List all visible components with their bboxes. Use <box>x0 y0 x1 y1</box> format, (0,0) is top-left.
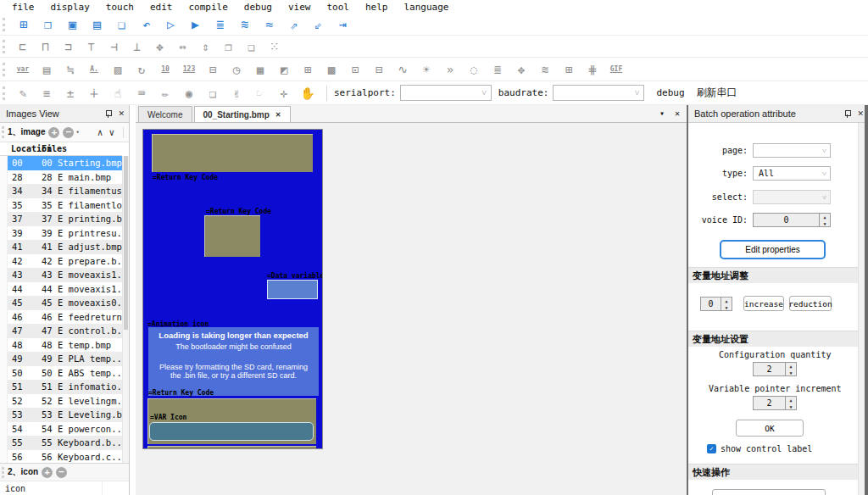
align-bottom-icon[interactable]: ⊥ <box>125 38 148 55</box>
select-select[interactable]: ˅ <box>753 190 831 204</box>
table-row[interactable]: 4747_E_control.b... <box>0 324 122 338</box>
exit-icon[interactable]: ⇥ <box>331 16 355 33</box>
spin-down-icon[interactable]: ▼ <box>786 403 796 410</box>
gif-icon[interactable]: GIF <box>604 61 628 78</box>
spin-down-icon[interactable]: ▼ <box>721 304 732 311</box>
spin-up-icon[interactable]: ▲ <box>820 214 830 220</box>
tab-close-icon[interactable]: ✕ <box>275 111 281 119</box>
text-control-icon[interactable]: A. <box>82 61 106 78</box>
resize-icon[interactable]: ❏ <box>201 85 225 102</box>
table-row[interactable]: 5151_E_infomatio... <box>0 380 122 394</box>
import-icon[interactable]: ⇙ <box>306 16 331 33</box>
drag-icon[interactable]: ✛ <box>272 85 296 102</box>
swipe-icon[interactable]: ✋ <box>296 85 320 102</box>
table-row[interactable]: 5454_E_powercon... <box>0 422 122 437</box>
spin-up-icon[interactable]: ▲ <box>786 363 796 370</box>
save-icon[interactable]: ▣ <box>60 16 85 33</box>
wifi-icon[interactable]: ≋ <box>232 16 257 33</box>
chevrons-icon[interactable]: » <box>438 61 462 78</box>
debug-button[interactable]: debug <box>656 87 684 98</box>
remove-icon-button[interactable]: − <box>56 467 67 478</box>
table-row[interactable]: 4545_E_moveaxis0... <box>0 296 122 310</box>
layers-icon[interactable]: ≋ <box>533 61 557 78</box>
canvas-message-box[interactable]: Loading is taking longer than expected T… <box>148 327 319 396</box>
menu-touch[interactable]: touch <box>106 2 134 13</box>
file-check-icon[interactable]: ≣ <box>208 16 232 33</box>
slider-control-icon[interactable]: ≒ <box>58 61 82 78</box>
table-row[interactable]: 5555_Keyboard.b... <box>0 436 122 450</box>
close-icon[interactable]: ✕ <box>857 109 864 118</box>
new-project-icon[interactable]: ⊞ <box>11 16 36 33</box>
menu-display[interactable]: display <box>51 2 90 13</box>
table-row[interactable]: 4949_E_PLA_temp.... <box>0 352 122 366</box>
move-down-icon[interactable]: ∨ <box>108 127 114 138</box>
menu-debug[interactable]: debug <box>244 2 272 13</box>
table-row[interactable]: 4141_E_adjust.bmp <box>0 240 122 254</box>
equalizer-icon[interactable]: ⋕ <box>581 61 604 78</box>
grid-icon[interactable]: ⁙ <box>263 38 286 55</box>
spin-down-icon[interactable]: ▼ <box>820 220 830 227</box>
canvas-data-variable[interactable] <box>267 280 318 299</box>
spin-down-icon[interactable]: ▼ <box>786 370 796 376</box>
page-select[interactable]: ˅ <box>753 143 831 158</box>
picture-card-icon[interactable]: ⊡ <box>343 61 367 78</box>
type-select[interactable]: All˅ <box>753 166 831 181</box>
add-icon-button[interactable]: + <box>42 467 53 478</box>
table-row[interactable]: 3535_E_filamentlo... <box>0 198 122 213</box>
serialport-select[interactable]: ˅ <box>400 85 492 101</box>
pin-icon[interactable] <box>105 110 111 118</box>
baudrate-select[interactable]: ˅ <box>553 85 644 101</box>
add-image-button[interactable]: + <box>48 127 59 138</box>
gallery-icon[interactable]: ▤ <box>35 61 58 78</box>
file-list-scrollbar[interactable] <box>122 156 129 463</box>
qrcode-icon[interactable]: ▩ <box>320 61 343 78</box>
spin-up-icon[interactable]: ▲ <box>786 397 796 403</box>
waveform-icon[interactable]: ∿ <box>391 61 415 78</box>
table-row[interactable]: 5656_Keyboard.c... <box>0 450 122 464</box>
menu-help[interactable]: help <box>365 2 388 13</box>
calendar-icon[interactable]: ▦ <box>248 61 272 78</box>
pencil-icon[interactable]: ✏ <box>153 85 177 102</box>
table-row[interactable]: 4646_E_feedreturn... <box>0 310 122 325</box>
table-row[interactable]: 2828_E_main.bmp <box>0 170 122 185</box>
pin-icon[interactable] <box>844 110 850 118</box>
canvas-return-button-1[interactable] <box>152 134 313 172</box>
export-icon[interactable]: ⇗ <box>281 16 306 33</box>
binary-display-icon[interactable]: 10 <box>153 61 177 78</box>
align-top-icon[interactable]: ⊤ <box>80 38 103 55</box>
menu-file[interactable]: file <box>12 2 35 13</box>
table-row[interactable]: 3434_E_filamentus... <box>0 184 122 198</box>
design-canvas[interactable]: =Return Key Code =Return Key Code =Data … <box>142 129 323 449</box>
menu-edit[interactable]: edit <box>150 2 173 13</box>
table-row[interactable]: 5252_E_levelingm... <box>0 394 122 409</box>
checkbox-checked-icon[interactable]: ✓ <box>707 444 716 453</box>
move-icon[interactable]: ✥ <box>148 38 171 55</box>
align-middle-icon[interactable]: ⊣ <box>103 38 125 55</box>
canvas-var-icon-bar[interactable] <box>149 422 314 441</box>
tab-close-all-icon[interactable]: ✕ <box>675 108 680 118</box>
ok-button[interactable]: OK <box>736 420 804 437</box>
edit-properties-button[interactable]: Edit properties <box>720 240 826 259</box>
menu-language[interactable]: language <box>403 2 448 13</box>
pointer-increment-stepper[interactable]: 2 ▲▼ <box>753 396 797 410</box>
menu-view[interactable]: view <box>288 2 311 13</box>
wifi-weak-icon[interactable]: ≈ <box>257 16 281 33</box>
move-up-icon[interactable]: ∧ <box>97 127 103 138</box>
edit-list-icon[interactable]: ✎ <box>11 85 35 102</box>
batch-panel-scrollbar[interactable] <box>858 123 865 495</box>
table-row[interactable]: 5050_E_ABS_temp.... <box>0 366 122 381</box>
card-icon[interactable]: ⊟ <box>367 61 391 78</box>
adjust-stepper[interactable]: 0 ▲▼ <box>700 297 732 311</box>
table-row[interactable]: 5353_E_Leveling.b... <box>0 408 122 422</box>
table-row[interactable]: 4242_E_prepare.b... <box>0 254 122 269</box>
align-center-icon[interactable]: ⊓ <box>34 38 57 55</box>
undo-icon[interactable]: ↶ <box>134 16 159 33</box>
document-icon[interactable]: ▤ <box>85 16 109 33</box>
table-row[interactable]: 3939_E_printresu... <box>0 226 122 241</box>
move-all-icon[interactable]: ✥ <box>509 61 533 78</box>
text-file-icon[interactable]: ⊟ <box>201 61 225 78</box>
v-spacing-icon[interactable]: ⇕ <box>194 38 217 55</box>
open-folder-icon[interactable]: ❐ <box>36 16 60 33</box>
qr-small-icon[interactable]: ⊞ <box>557 61 581 78</box>
align-left-icon[interactable]: ⊏ <box>11 38 34 55</box>
